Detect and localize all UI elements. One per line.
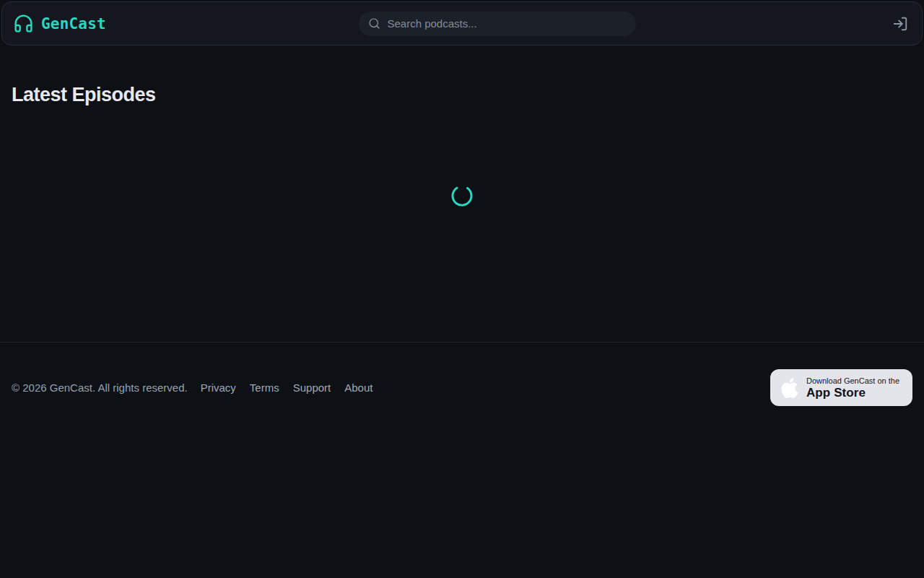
footer-link-privacy[interactable]: Privacy: [201, 381, 236, 394]
footer-link-terms[interactable]: Terms: [250, 381, 279, 394]
header: GenCast: [1, 1, 923, 46]
brand-name: GenCast: [41, 15, 106, 33]
loading-area: [12, 106, 912, 285]
footer-link-about[interactable]: About: [344, 381, 372, 394]
login-icon: [892, 16, 908, 32]
footer-nav: Privacy Terms Support About: [201, 381, 373, 394]
app-store-tagline: Download GenCast on the: [806, 376, 899, 386]
search-bar[interactable]: [359, 12, 636, 36]
login-button[interactable]: [889, 13, 911, 35]
spinner-icon: [450, 184, 474, 207]
headphones-icon: [13, 13, 34, 34]
footer-left: © 2026 GenCast. All rights reserved. Pri…: [12, 381, 372, 394]
search-icon: [368, 17, 380, 30]
footer: © 2026 GenCast. All rights reserved. Pri…: [0, 342, 924, 406]
app-store-button[interactable]: Download GenCast on the App Store: [770, 369, 912, 406]
brand-logo[interactable]: GenCast: [13, 13, 106, 34]
footer-link-support[interactable]: Support: [293, 381, 331, 394]
apple-icon: [780, 378, 800, 398]
app-store-label: App Store: [806, 386, 866, 400]
search-input[interactable]: [387, 17, 627, 30]
app-store-text: Download GenCast on the App Store: [806, 376, 899, 400]
main-content: Latest Episodes: [0, 83, 924, 342]
copyright-text: © 2026 GenCast. All rights reserved.: [12, 381, 188, 394]
page-title: Latest Episodes: [12, 83, 912, 106]
